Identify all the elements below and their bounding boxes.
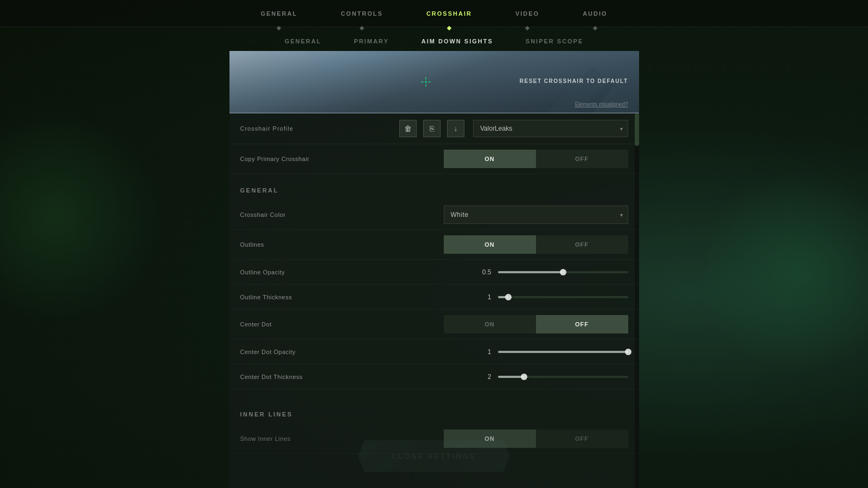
nav-item-video[interactable]: VIDEO: [494, 0, 561, 27]
general-section-header: GENERAL: [229, 174, 639, 200]
copy-primary-row: Copy Primary Crosshair On Off: [229, 144, 639, 174]
copy-primary-off-button[interactable]: Off: [536, 150, 628, 168]
outline-thickness-slider[interactable]: [498, 296, 628, 298]
trash-icon: 🗑: [404, 124, 412, 133]
center-dot-toggle: On Off: [444, 315, 628, 333]
outline-thickness-label: Outline Thickness: [240, 294, 470, 300]
crosshair-indicator: [421, 77, 431, 87]
crosshair-dot: [425, 81, 426, 83]
center-dot-opacity-row: Center Dot Opacity 1: [229, 339, 639, 364]
outlines-row: Outlines On Off: [229, 230, 639, 260]
crosshair-line-right: [428, 82, 431, 82]
delete-profile-button[interactable]: 🗑: [399, 120, 417, 137]
crosshair-color-select[interactable]: White Green Yellow Cyan Custom: [444, 206, 628, 224]
elements-misaligned-link[interactable]: Elements misaligned?: [575, 101, 628, 107]
copy-profile-button[interactable]: ⎘: [423, 120, 441, 137]
outline-thickness-thumb[interactable]: [505, 294, 512, 300]
sub-nav-primary[interactable]: PRIMARY: [337, 36, 405, 47]
crosshair-profile-row: Crosshair Profile 🗑 ⎘ ↓ ValorLeaks Defau…: [229, 113, 639, 144]
center-dot-thickness-thumb[interactable]: [521, 374, 527, 380]
sub-nav: GENERAL PRIMARY AIM DOWN SIGHTS SNIPER S…: [231, 29, 637, 51]
center-dot-opacity-value: 1: [470, 348, 492, 356]
inner-lines-section-header: INNER LINES: [229, 398, 639, 424]
general-section-title: GENERAL: [240, 187, 279, 194]
outline-opacity-value: 0.5: [470, 268, 492, 276]
center-dot-thickness-value: 2: [470, 373, 492, 381]
scrollbar-track[interactable]: [635, 113, 639, 488]
center-dot-opacity-slider[interactable]: [498, 351, 628, 353]
center-dot-label: Center Dot: [240, 321, 444, 328]
crosshair-line-bottom: [425, 84, 426, 87]
scrollbar-thumb[interactable]: [635, 113, 639, 146]
crosshair-color-label: Crosshair Color: [240, 211, 444, 218]
import-icon: ↓: [454, 124, 458, 133]
outline-opacity-slider[interactable]: [498, 271, 628, 273]
outline-opacity-thumb[interactable]: [560, 269, 566, 275]
nav-item-crosshair[interactable]: CROSSHAIR: [405, 0, 494, 27]
outline-thickness-row: Outline Thickness 1: [229, 285, 639, 310]
copy-icon: ⎘: [430, 124, 434, 133]
import-profile-button[interactable]: ↓: [447, 120, 464, 137]
outline-opacity-label: Outline Opacity: [240, 269, 470, 275]
sub-nav-sniper-scope[interactable]: SNIPER SCOPE: [509, 36, 600, 47]
outlines-off-button[interactable]: Off: [536, 235, 628, 254]
sub-nav-general[interactable]: GENERAL: [269, 36, 338, 47]
crosshair-profile-label: Crosshair Profile: [240, 125, 395, 132]
center-dot-opacity-fill: [498, 351, 628, 353]
sub-nav-aim-down-sights[interactable]: AIM DOWN SIGHTS: [405, 36, 509, 47]
profile-select[interactable]: ValorLeaks Default Custom 1 Custom 2: [473, 120, 628, 137]
reset-crosshair-button[interactable]: RESET CROSSHAIR TO DEFAULT: [520, 78, 628, 84]
copy-primary-on-button[interactable]: On: [444, 150, 536, 168]
center-dot-off-button[interactable]: Off: [536, 315, 628, 333]
outline-thickness-value: 1: [470, 293, 492, 301]
settings-panel: Crosshair Profile 🗑 ⎘ ↓ ValorLeaks Defau…: [229, 113, 639, 488]
center-dot-opacity-thumb[interactable]: [625, 349, 631, 355]
copy-primary-toggle: On Off: [444, 150, 628, 168]
outline-opacity-fill: [498, 271, 563, 273]
profile-select-wrapper[interactable]: ValorLeaks Default Custom 1 Custom 2 ▾: [473, 120, 628, 137]
center-dot-on-button[interactable]: On: [444, 315, 536, 333]
center-dot-thickness-row: Center Dot Thickness 2: [229, 364, 639, 389]
outline-opacity-row: Outline Opacity 0.5: [229, 260, 639, 285]
crosshair-color-row: Crosshair Color White Green Yellow Cyan …: [229, 200, 639, 230]
show-inner-lines-label: Show Inner Lines: [240, 435, 444, 442]
center-dot-thickness-slider[interactable]: [498, 376, 628, 378]
nav-item-controls[interactable]: CONTROLS: [319, 0, 405, 27]
top-nav: GENERAL CONTROLS CROSSHAIR VIDEO AUDIO: [0, 0, 868, 27]
copy-primary-label: Copy Primary Crosshair: [240, 156, 444, 162]
nav-item-audio[interactable]: AUDIO: [561, 0, 629, 27]
center-dot-row: Center Dot On Off: [229, 310, 639, 339]
show-inner-lines-toggle: On Off: [444, 429, 628, 448]
show-inner-lines-row: Show Inner Lines On Off: [229, 424, 639, 454]
outlines-toggle: On Off: [444, 235, 628, 254]
crosshair-preview: RESET CROSSHAIR TO DEFAULT Elements misa…: [229, 51, 639, 113]
crosshair-line-top: [425, 77, 426, 80]
outlines-label: Outlines: [240, 241, 444, 248]
show-inner-lines-off-button[interactable]: Off: [536, 429, 628, 448]
inner-lines-section-title: INNER LINES: [240, 411, 293, 418]
center-dot-thickness-label: Center Dot Thickness: [240, 374, 470, 380]
center-dot-thickness-fill: [498, 376, 524, 378]
nav-item-general[interactable]: GENERAL: [239, 0, 319, 27]
center-dot-opacity-label: Center Dot Opacity: [240, 349, 470, 355]
show-inner-lines-on-button[interactable]: On: [444, 429, 536, 448]
outlines-on-button[interactable]: On: [444, 235, 536, 254]
crosshair-line-left: [421, 82, 424, 82]
spacer: [229, 389, 639, 398]
crosshair-color-select-wrapper[interactable]: White Green Yellow Cyan Custom ▾: [444, 206, 628, 224]
